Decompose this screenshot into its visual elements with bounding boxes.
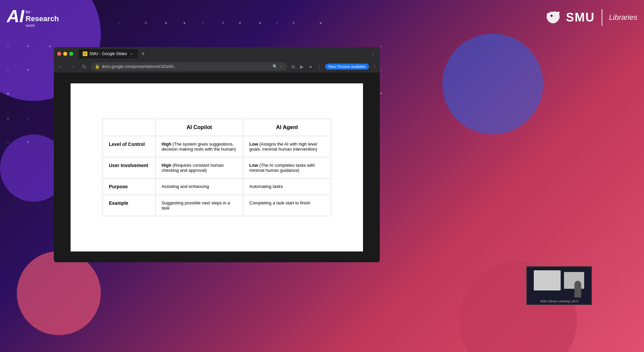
tab-bar: G SMU - Google Slides × + (79, 49, 367, 58)
webcam-screen-2 (564, 272, 584, 289)
ai-research-logo: AI for Research week (7, 7, 59, 28)
table-cell-agent-3: Completing a task start to finish (243, 195, 331, 216)
comparison-table: AI Copilot AI Agent Level of ControlHigh… (103, 119, 331, 216)
active-tab[interactable]: G SMU - Google Slides × (79, 49, 138, 58)
table-row-2: PurposeAssisting and enhancingAutomating… (103, 179, 331, 195)
reload-button[interactable]: ↻ (79, 62, 89, 71)
ai-logo-text: AI for Research week (7, 7, 59, 28)
back-button[interactable]: ← (56, 62, 66, 71)
address-bar[interactable]: 🔒 docs.google.com/presentation/d/182e0h.… (91, 62, 287, 71)
table-cell-copilot-3: Suggesting possible next steps in a task (155, 195, 243, 216)
table-cell-agent-2: Automating tasks (243, 179, 331, 195)
webcam-overlay: SMU Library Learning Lab 9 (526, 266, 592, 305)
table-cell-label-0: Level of Control (103, 136, 156, 157)
more-icon[interactable]: ⋮ (316, 63, 323, 70)
minimize-button[interactable] (63, 52, 67, 56)
webcam-inner: SMU Library Learning Lab 9 (527, 267, 591, 304)
smu-bird-icon (544, 8, 563, 27)
chrome-update-button[interactable]: New Chrome available (325, 64, 369, 70)
table-cell-agent-1: Low (The AI completes tasks with minimal… (243, 157, 331, 179)
webcam-person-figure (574, 281, 581, 298)
lock-icon: 🔒 (95, 64, 100, 69)
forward-button[interactable]: → (68, 62, 77, 71)
research-label: Research (26, 14, 59, 23)
table-cell-label-3: Example (103, 195, 156, 216)
browser-window: G SMU - Google Slides × + ⋮ ← → ↻ 🔒 docs… (54, 47, 380, 262)
table-cell-copilot-1: High (Requires constant human checking a… (155, 157, 243, 179)
maximize-button[interactable] (69, 52, 73, 56)
ai-logo-ai: AI (7, 7, 24, 25)
bookmark-icon: ☆ (280, 64, 283, 69)
table-cell-label-1: User Involvement (103, 157, 156, 179)
tab-close-button[interactable]: × (129, 51, 134, 56)
decoration-blob-3 (17, 251, 101, 335)
toolbar-icons: ⊞ ▶ ● ⋮ (289, 63, 323, 70)
search-icon: 🔍 (273, 64, 278, 69)
table-cell-copilot-2: Assisting and enhancing (155, 179, 243, 195)
svg-point-0 (551, 15, 553, 17)
webcam-screen-1 (534, 270, 561, 290)
profile-icon[interactable]: ● (307, 63, 314, 70)
window-menu-button[interactable]: ⋮ (370, 50, 376, 57)
week-label: week (26, 23, 59, 28)
extensions-icon[interactable]: ⊞ (289, 63, 297, 70)
table-row-3: ExampleSuggesting possible next steps in… (103, 195, 331, 216)
table-header-agent: AI Agent (243, 119, 331, 136)
slide-content: AI Copilot AI Agent Level of ControlHigh… (71, 83, 363, 251)
table-row-0: Level of ControlHigh (The system gives s… (103, 136, 331, 157)
smu-name: SMU (566, 10, 595, 25)
browser-titlebar: G SMU - Google Slides × + ⋮ (54, 47, 380, 61)
header: AI for Research week SMU Libraries (0, 0, 644, 35)
table-header-copilot: AI Copilot (155, 119, 243, 136)
tab-title: SMU - Google Slides (89, 51, 127, 56)
slide-area: AI Copilot AI Agent Level of ControlHigh… (54, 73, 380, 262)
more-options-icon[interactable]: ⋮ (372, 64, 377, 69)
smu-libraries-logo: SMU Libraries (544, 8, 637, 27)
decoration-blob-2 (442, 34, 543, 134)
table-header-empty (103, 119, 156, 136)
webcam-label: SMU Library Learning Lab 9 (540, 300, 578, 303)
cast-icon[interactable]: ▶ (298, 63, 306, 70)
libraries-label: Libraries (609, 13, 637, 22)
url-text: docs.google.com/presentation/d/182e0h... (102, 64, 271, 69)
table-cell-agent-0: Low (Assigns the AI with high level goal… (243, 136, 331, 157)
table-cell-copilot-0: High (The system gives suggestions, deci… (155, 136, 243, 157)
tab-favicon: G (83, 51, 87, 56)
ai-logo-for: for (26, 9, 59, 14)
browser-toolbar: ← → ↻ 🔒 docs.google.com/presentation/d/1… (54, 61, 380, 73)
window-controls (57, 52, 73, 56)
table-row-1: User InvolvementHigh (Requires constant … (103, 157, 331, 179)
new-tab-button[interactable]: + (139, 50, 147, 58)
close-button[interactable] (57, 52, 61, 56)
smu-divider (602, 9, 602, 26)
table-cell-label-2: Purpose (103, 179, 156, 195)
